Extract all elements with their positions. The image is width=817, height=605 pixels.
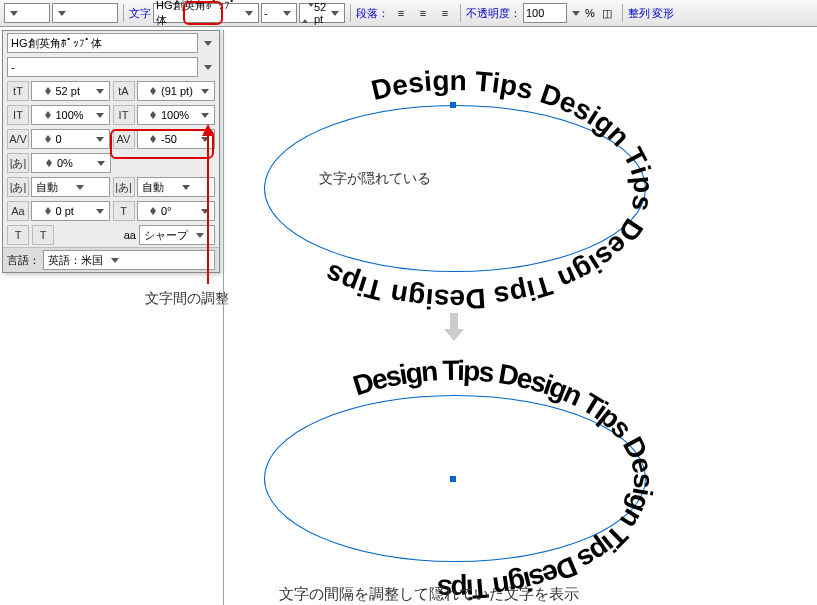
paragraph-label[interactable]: 段落： [356,6,389,21]
mask-icon[interactable]: ◫ [597,3,617,23]
control-bar: 文字 HG創英角ﾎﾟｯﾌﾟ体 - 52 pt 段落： ≡ ≡ ≡ 不透明度： 1… [0,0,817,27]
font-size[interactable]: 52 pt [299,3,345,23]
opacity-field[interactable]: 100 [523,3,567,23]
align-right-icon[interactable]: ≡ [435,3,455,23]
arrange-link[interactable]: 整列 [628,6,650,21]
align-center-icon[interactable]: ≡ [413,3,433,23]
character-label[interactable]: 文字 [129,6,151,21]
opacity-dropdown-icon[interactable] [572,11,580,16]
percent-label: % [585,7,595,19]
font-family[interactable]: HG創英角ﾎﾟｯﾌﾟ体 [153,3,259,23]
doc-selector[interactable] [4,3,50,23]
zoom-selector[interactable] [52,3,118,23]
align-left-icon[interactable]: ≡ [391,3,411,23]
font-style[interactable]: - [261,3,297,23]
opacity-label: 不透明度： [466,6,521,21]
transform-link[interactable]: 変形 [652,6,674,21]
